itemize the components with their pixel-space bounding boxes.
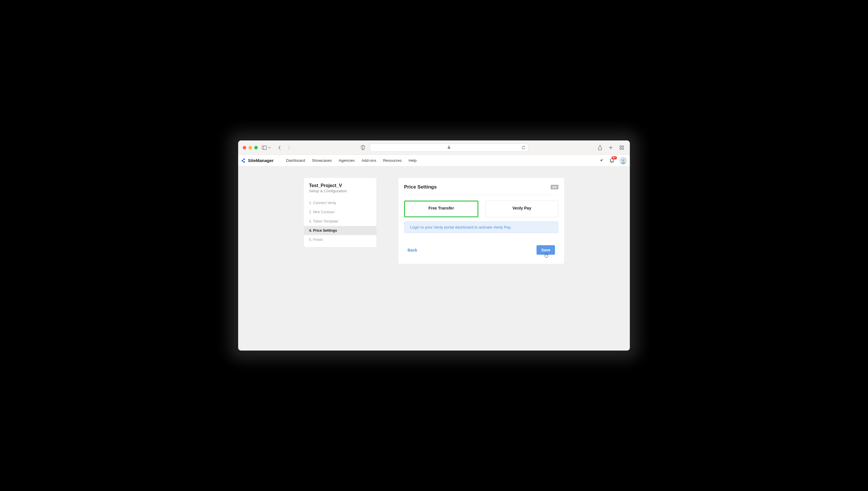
step-price-settings[interactable]: 4. Price Settings — [304, 226, 376, 235]
save-button-label: Save — [541, 248, 550, 252]
avatar[interactable] — [619, 157, 627, 164]
svg-rect-6 — [620, 146, 621, 147]
sidebar-toggle-button[interactable] — [262, 146, 271, 150]
step-finish[interactable]: 5. Finish — [304, 235, 376, 244]
titlebar — [238, 140, 630, 155]
step-indicator-badge: 4/4 — [551, 185, 558, 190]
window-controls — [243, 146, 258, 149]
svg-rect-2 — [448, 147, 450, 149]
close-window-button[interactable] — [243, 146, 246, 149]
brand-logo-icon — [241, 158, 246, 163]
lock-icon — [447, 145, 450, 150]
minimize-window-button[interactable] — [249, 146, 252, 149]
reload-button[interactable] — [522, 146, 526, 150]
brand[interactable]: SiteManager — [238, 155, 279, 166]
nav-addons[interactable]: Add-ons — [362, 158, 376, 163]
main-nav: Dashboard Showcases Agencies Add-ons Res… — [279, 158, 416, 163]
share-icon[interactable] — [598, 145, 602, 150]
new-tab-icon[interactable] — [609, 145, 613, 150]
brand-name: SiteManager — [248, 158, 274, 163]
app-header: SiteManager Dashboard Showcases Agencies… — [238, 155, 630, 166]
notification-badge: 9+ — [612, 156, 617, 160]
option-free-transfer[interactable]: Free Transfer — [404, 201, 478, 217]
content-area: Test_Project_V Setup & Configuration 1. … — [238, 166, 630, 351]
svg-point-13 — [622, 159, 624, 162]
option-venly-pay[interactable]: Venly Pay — [485, 201, 558, 217]
project-subtitle: Setup & Configuration — [304, 189, 376, 198]
cursor-pointer-icon — [544, 253, 549, 259]
svg-rect-12 — [243, 161, 245, 163]
back-button[interactable]: Back — [408, 248, 417, 252]
sparkle-icon[interactable] — [599, 158, 604, 163]
step-mint-contract[interactable]: 2. Mint Contract — [304, 207, 376, 217]
nav-dashboard[interactable]: Dashboard — [286, 158, 305, 163]
svg-rect-11 — [243, 158, 245, 160]
svg-rect-9 — [622, 148, 624, 149]
browser-window: SiteManager Dashboard Showcases Agencies… — [238, 140, 630, 351]
sidebar-card: Test_Project_V Setup & Configuration 1. … — [304, 178, 376, 247]
svg-rect-0 — [262, 146, 267, 149]
svg-rect-8 — [620, 148, 621, 149]
nav-resources[interactable]: Resources — [383, 158, 402, 163]
step-connect-venly[interactable]: 1. Connect Venly — [304, 198, 376, 207]
save-button[interactable]: Save — [536, 245, 555, 255]
svg-rect-10 — [241, 160, 243, 162]
info-banner: Login to your Venly portal dashboard to … — [404, 221, 558, 233]
project-title: Test_Project_V — [304, 183, 376, 189]
price-options: Free Transfer Venly Pay — [404, 201, 558, 217]
card-actions: Back Save — [404, 245, 558, 255]
svg-rect-7 — [622, 146, 624, 147]
privacy-shield-icon[interactable] — [361, 145, 365, 150]
main-card: Price Settings 4/4 Free Transfer Venly P… — [398, 178, 564, 264]
nav-agencies[interactable]: Agencies — [339, 158, 355, 163]
maximize-window-button[interactable] — [254, 146, 258, 149]
back-nav-button[interactable] — [278, 145, 281, 150]
nav-help[interactable]: Help — [409, 158, 417, 163]
step-token-template[interactable]: 3. Token Template — [304, 217, 376, 226]
card-header: Price Settings 4/4 — [404, 184, 558, 195]
nav-showcases[interactable]: Showcases — [312, 158, 332, 163]
tab-overview-icon[interactable] — [619, 145, 624, 150]
page-title: Price Settings — [404, 184, 437, 190]
address-bar[interactable] — [370, 144, 528, 152]
step-list: 1. Connect Venly 2. Mint Contract 3. Tok… — [304, 198, 376, 244]
notifications-button[interactable]: 9+ — [609, 158, 614, 163]
forward-nav-button[interactable] — [287, 145, 290, 150]
